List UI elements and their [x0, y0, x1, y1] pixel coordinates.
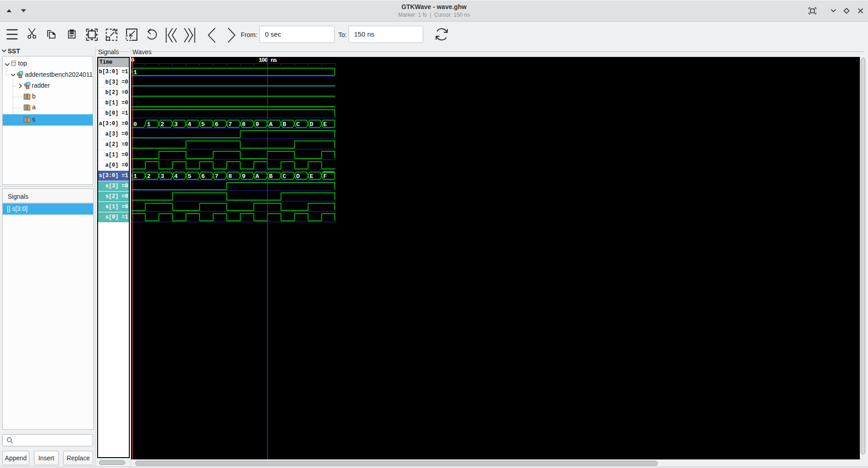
- svg-text:C: C: [296, 121, 300, 128]
- svg-text:D: D: [296, 173, 300, 180]
- svg-text:0: 0: [133, 121, 137, 128]
- svg-text:6: 6: [215, 121, 218, 128]
- svg-text:8: 8: [242, 121, 245, 128]
- svg-text:F: F: [323, 173, 327, 180]
- svg-text:8: 8: [228, 173, 232, 180]
- svg-text:100: 100: [259, 57, 268, 64]
- svg-text:4: 4: [188, 121, 191, 128]
- svg-text:2: 2: [147, 173, 151, 180]
- svg-text:1: 1: [133, 173, 137, 180]
- svg-text:9: 9: [255, 121, 259, 128]
- svg-text:B: B: [269, 173, 273, 180]
- svg-text:7: 7: [215, 173, 218, 180]
- svg-text:3: 3: [174, 121, 178, 128]
- svg-text:2: 2: [160, 121, 164, 128]
- svg-text:C: C: [283, 173, 286, 180]
- svg-text:E: E: [310, 173, 313, 180]
- svg-text:A: A: [269, 121, 273, 128]
- svg-text:D: D: [310, 121, 313, 128]
- svg-text:1: 1: [133, 69, 137, 76]
- svg-text:ns: ns: [271, 57, 278, 64]
- svg-text:3: 3: [160, 173, 164, 180]
- svg-text:5: 5: [201, 121, 205, 128]
- svg-text:1: 1: [147, 121, 151, 128]
- svg-text:4: 4: [174, 173, 178, 180]
- svg-text:E: E: [323, 121, 327, 128]
- svg-text:9: 9: [242, 173, 245, 180]
- svg-text:5: 5: [188, 173, 191, 180]
- svg-text:6: 6: [201, 173, 205, 180]
- svg-text:A: A: [255, 173, 259, 180]
- svg-text:7: 7: [228, 121, 232, 128]
- svg-text:B: B: [283, 121, 286, 128]
